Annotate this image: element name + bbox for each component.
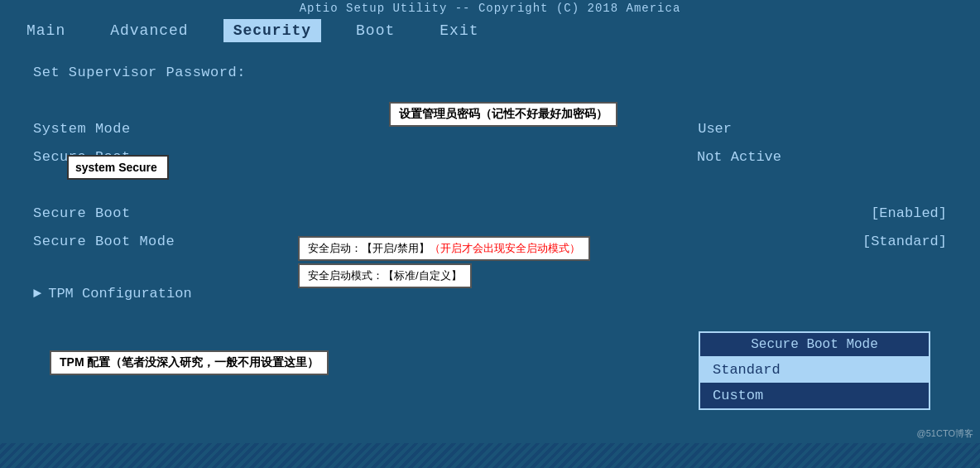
annotation-supervisor-text: 设置管理员密码（记性不好最好加密码） <box>399 107 608 120</box>
supervisor-password-row: Set Supervisor Password: <box>33 60 947 84</box>
secure-boot-enable-row: Secure Boot [Enabled] <box>33 201 947 224</box>
secure-boot-enable-value: [Enabled] <box>871 205 947 221</box>
nav-boot[interactable]: Boot <box>346 19 405 42</box>
annotation-secure-boot-red: （开启才会出现安全启动模式） <box>430 242 580 254</box>
tpm-row[interactable]: ► TPM Configuration <box>0 279 980 308</box>
annotation-system-secure-text: system Secure <box>75 161 157 174</box>
nav-exit[interactable]: Exit <box>430 19 488 42</box>
annotation-secure-boot-label: 安全启动：【开启/禁用】 <box>308 242 430 254</box>
supervisor-password-section: Set Supervisor Password: <box>0 54 980 95</box>
secure-boot-enable-label: Secure Boot <box>33 205 315 221</box>
bios-title-bar: Aptio Setup Utility -- Copyright (C) 201… <box>0 0 980 16</box>
annotation-tpm: TPM 配置（笔者没深入研究，一般不用设置这里） <box>50 350 329 375</box>
annotation-secure-boot: 安全启动：【开启/禁用】（开启才会出现安全启动模式） <box>298 236 590 261</box>
nav-advanced[interactable]: Advanced <box>100 19 198 42</box>
supervisor-password-label: Set Supervisor Password: <box>33 65 315 80</box>
tpm-arrow-icon: ► <box>33 286 41 302</box>
dropdown-option-custom[interactable]: Custom <box>700 383 929 408</box>
annotation-supervisor: 设置管理员密码（记性不好最好加密码） <box>389 102 617 127</box>
nav-main[interactable]: Main <box>17 19 75 42</box>
annotation-system-secure: system Secure <box>67 155 169 180</box>
bios-screen: Aptio Setup Utility -- Copyright (C) 201… <box>0 0 980 468</box>
nav-security[interactable]: Security <box>223 19 321 42</box>
bios-title: Aptio Setup Utility -- Copyright (C) 201… <box>300 2 681 15</box>
system-mode-value: User <box>698 121 732 137</box>
watermark: @51CTO博客 <box>917 427 973 440</box>
secure-boot-status-value: Not Active <box>697 149 781 165</box>
annotation-secure-boot-mode-text: 安全启动模式：【标准/自定义】 <box>308 269 462 282</box>
nav-bar: Main Advanced Security Boot Exit <box>0 16 980 46</box>
secure-boot-mode-dropdown[interactable]: Secure Boot Mode Standard Custom <box>699 331 930 410</box>
system-mode-label: System Mode <box>33 121 315 137</box>
annotation-tpm-text: TPM 配置（笔者没深入研究，一般不用设置这里） <box>60 355 319 369</box>
dropdown-title: Secure Boot Mode <box>700 333 929 357</box>
secure-boot-mode-value: [Standard] <box>862 234 947 249</box>
main-content: Set Supervisor Password: System Mode Use… <box>0 46 980 443</box>
dropdown-option-standard[interactable]: Standard <box>700 357 929 383</box>
secure-boot-status-row: Secure Boot Not Active <box>33 145 947 168</box>
annotation-secure-boot-mode: 安全启动模式：【标准/自定义】 <box>298 263 472 288</box>
tpm-label: TPM Configuration <box>48 286 191 302</box>
secure-boot-mode-label: Secure Boot Mode <box>33 234 315 249</box>
